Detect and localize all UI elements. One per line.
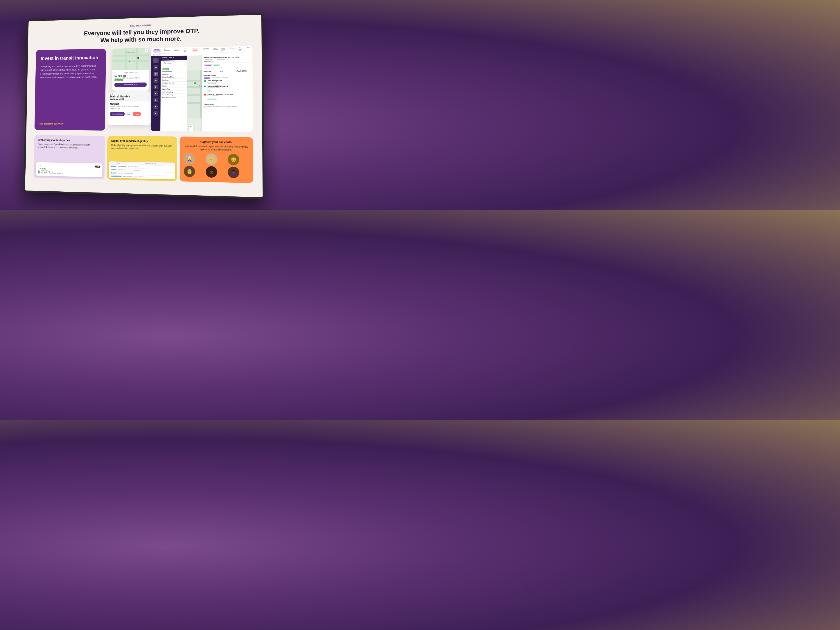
elig-status-2: Complete <box>111 172 117 174</box>
tab-payments[interactable]: Payments <box>216 58 226 62</box>
top-bar-date1: May 5, 8:21 AM <box>184 48 189 52</box>
platform-cta[interactable]: See platform overview → <box>39 123 66 125</box>
content-grid: Invest in transit innovation Everything … <box>34 46 253 134</box>
bottom-cards: Broker trips to third-parties Spare pion… <box>33 135 253 183</box>
rider-type-mobile: 2048 • 1 Adult · 1 Wheelchair Change <box>110 105 149 107</box>
timeline-tab-otp[interactable]: OTP Windows <box>212 77 220 79</box>
daily-cell: Daily 1274 <box>220 67 235 73</box>
zoom-in-button[interactable]: + <box>189 125 193 128</box>
rider-name-ginny: Ginny Schutz <box>162 70 172 72</box>
svg-rect-4 <box>136 48 138 70</box>
uber-header: Uber Uber <box>38 164 100 168</box>
monitor: THE PLATFORM Everyone will tell you they… <box>24 13 264 199</box>
mobile-app-pickup: 9:41 Main & Gamble Wait for 4:52 Margare… <box>107 92 151 125</box>
list-item[interactable]: Complete Ginny Schutz <box>161 66 187 73</box>
pickup-on-time: On Time <box>207 90 212 92</box>
cancel-button[interactable]: Cancel <box>133 112 141 116</box>
timeline-tabs: Summary OTP Windows Requestor <box>204 77 251 79</box>
change-link[interactable]: Change <box>133 106 139 107</box>
elig-status-3: Interview Scheduled <box>111 175 122 177</box>
pagination-info: Page 1 of 171 <box>239 47 243 51</box>
timeline-stop-3: Dropoff at Lighthouse Corner Stop Estima… <box>204 94 251 101</box>
list-item-reviews[interactable]: Reviews <box>161 79 187 82</box>
info-button[interactable]: Info <box>125 112 132 116</box>
dashboard-body: S <box>151 55 253 132</box>
sidebar-icon-rides[interactable] <box>153 78 158 83</box>
prev-button[interactable]: Previous <box>230 47 235 51</box>
top-bar-paratransit: Paratransit Eligibility <box>174 48 180 52</box>
digital-body: Make eligibility management an effective… <box>111 144 173 151</box>
book-trip-button[interactable]: Book Your Trip <box>114 82 147 87</box>
page-content: THE PLATFORM Everyone will tell you they… <box>25 15 263 197</box>
sidebar-icon-comm[interactable] <box>153 111 158 115</box>
cash-info: Cash · $2.50 <box>110 107 148 110</box>
elig-template-3: Paratransit Eligibility <box>133 176 145 178</box>
sidebar-icon-requests[interactable] <box>153 72 158 76</box>
sidebar-header: SPARE LAUNCH 360 Transit <box>161 55 187 61</box>
panel-tabs: Overview Payments <box>204 58 251 62</box>
digital-title: Digital-first, modern eligibility <box>111 139 173 143</box>
dropoff-status: On Time · Earlier <box>207 99 216 100</box>
search-bar[interactable]: 🔍 Search <box>162 61 186 65</box>
sidebar-icon-pay[interactable] <box>153 92 158 96</box>
elig-template-0: Paratransit Eligibility <box>128 166 140 167</box>
agent-photo-2: 👴 <box>228 154 239 165</box>
interview-scheduled-badge: Interview Scheduled <box>153 49 161 53</box>
svg-rect-13 <box>200 70 202 118</box>
agent-photo-1: 👴 <box>205 153 217 165</box>
callcenter-body: Match call demand with agent support, ch… <box>184 145 249 152</box>
list-item-shift[interactable]: Shift Scheduling <box>161 90 187 94</box>
list-item-recurring[interactable]: Recurring Trips <box>161 76 187 79</box>
agent-photo-3: 👵 <box>184 166 195 177</box>
broker-title: Broker trips to third-parties <box>38 139 101 142</box>
agent-photo-4: 👨🏿 <box>205 166 217 178</box>
search-icon: 🔍 <box>164 62 166 64</box>
zoom-out-button[interactable]: − <box>189 128 193 132</box>
filter-icon[interactable]: ▼ <box>111 162 115 164</box>
elig-status-0: Received <box>111 165 117 167</box>
rider-info-mobile: Margaret 2048 • 1 Adult · 1 Wheelchair C… <box>108 101 151 111</box>
dashboard-area: Interview Scheduled Jim Williamson Parat… <box>151 46 253 132</box>
timeline-stop-1: Pickup at 6828 Old Quarry Ln Estimated 1… <box>204 85 251 92</box>
mobile-map-area: Richmond ↗ <box>112 48 149 70</box>
search-placeholder: Search <box>167 62 172 64</box>
sidebar-icon-map[interactable] <box>154 65 158 69</box>
complete-badge: Complete <box>162 68 169 70</box>
sidebar-icon-users[interactable] <box>153 85 158 89</box>
timeline-tab-requestor[interactable]: Requestor <box>222 77 228 78</box>
rider-detail-container: + − Satellite Street <box>187 55 253 132</box>
tab-overview[interactable]: Overview <box>204 58 214 62</box>
request-details-header: Request Details <box>204 103 251 105</box>
timeline-tab-summary[interactable]: Summary <box>204 77 210 79</box>
list-item-rider-comm[interactable]: Rider Communication <box>161 96 187 99</box>
broker-body: Spare pioneered Open Fleets™ to support … <box>38 143 101 150</box>
main-list-panel: SPARE LAUNCH 360 Transit 🔍 Search Comp <box>160 55 187 132</box>
agent-photos: 👩‍🦳 👴 👴 👵 👨🏿 <box>184 153 249 178</box>
screen: THE PLATFORM Everyone will tell you they… <box>25 15 263 197</box>
list-item-service[interactable]: Service Planning <box>161 94 187 96</box>
service-label: Service <box>204 107 251 109</box>
agent-photo-0: 👩‍🦳 <box>184 153 195 164</box>
requests-nav-item[interactable]: Requests <box>161 73 187 76</box>
uber-logo: Uber <box>95 166 100 167</box>
sidebar-icon-planning[interactable] <box>153 104 158 109</box>
list-item-spare-pay[interactable]: Spare Pay <box>161 87 187 91</box>
request-details: Request Details Frank Stringfellow • 1-2… <box>204 102 251 109</box>
elig-template-1: Paratransit Eligibility <box>129 169 141 171</box>
rider-contact: Frank Stringfellow • 1-234-567-8910 • fr… <box>204 106 251 107</box>
list-item-flex[interactable]: Flexibility Overrides <box>161 82 187 85</box>
app-screenshots: Richmond ↗ Swipe up for more 50 min trip <box>107 46 253 132</box>
dashboard-sidebar: S <box>151 56 161 132</box>
sidebar-icon-schedule[interactable] <box>153 98 158 103</box>
main-headline: Everyone will tell you they improve OTP.… <box>36 26 252 45</box>
trip-detail: Arrival at 5:35 PM, latest 5:40 PM Cance… <box>114 77 147 81</box>
svg-point-16 <box>194 82 196 84</box>
riders-cell: Riders 1 Adult, 1 Child <box>235 67 251 73</box>
cancel-line-badge: Cancel Line <box>114 79 123 81</box>
invest-card: Invest in transit innovation Everything … <box>34 49 106 131</box>
next-button[interactable]: Next <box>247 47 250 51</box>
list-item-users[interactable]: Users <box>161 84 187 88</box>
complete-pickup-button[interactable]: Complete Pickup <box>110 112 125 116</box>
days-stopped-badge: 17 days, stopped <box>192 48 198 52</box>
on-time-badge: On Time <box>213 64 220 66</box>
